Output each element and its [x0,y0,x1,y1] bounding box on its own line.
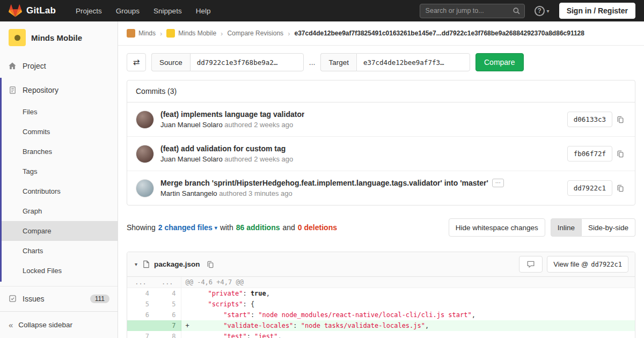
hide-whitespace-button[interactable]: Hide whitespace changes [449,218,545,237]
diff-table-body: ......@@ -4,6 +4,7 @@44 "private": true,… [127,277,635,338]
diff-hunk-header: @@ -4,6 +4,7 @@ [181,277,635,288]
additions-count: 86 additions [236,223,280,232]
sidebar-item-locked-files[interactable]: Locked Files [2,261,118,281]
copy-commit-sha-button[interactable] [614,114,626,126]
compare-form: ⇄ Source dd7922c1e3f768be9a2… ... Target… [127,53,635,71]
sidebar-item-graph[interactable]: Graph [2,201,118,221]
changed-files-label: 2 changed files [158,223,213,232]
code-segment: "scripts" [208,300,243,308]
navbar-left: GitLab ProjectsGroupsSnippetsHelp [9,4,216,18]
sidebar-item-branches[interactable]: Branches [2,142,118,161]
diff-line-code: "private": true, [181,288,635,299]
sidebar-item-charts[interactable]: Charts [2,241,118,261]
new-line-number[interactable]: 4 [154,288,181,299]
code-segment: , [266,290,270,297]
copy-file-path-button[interactable] [204,259,216,270]
sidebar-item-project[interactable]: Project [0,54,118,78]
new-line-number[interactable]: 7 [154,320,181,331]
diff-file-name[interactable]: package.json [154,260,200,268]
old-line-number[interactable]: 7 [127,331,154,338]
caret-down-icon: ▾ [215,225,217,231]
breadcrumb-item: Minds Mobile [166,29,216,38]
changed-files-dropdown[interactable]: 2 changed files ▾ [158,223,217,232]
sidebar-item-contributors[interactable]: Contributors [2,181,118,201]
code-segment: "private" [208,290,243,297]
diff-gutter-dots: ... [127,277,154,288]
gitlab-home-link[interactable]: GitLab [9,4,56,17]
source-ref-field[interactable]: dd7922c1e3f768be9a2… [190,53,304,71]
sidebar-item-files[interactable]: Files [2,102,118,122]
old-line-number[interactable]: 6 [127,310,154,320]
navbar-link-projects[interactable]: Projects [70,4,108,18]
deletions-count: 0 deletions [298,223,337,232]
commit-author-avatar [136,145,154,163]
sidebar-item-compare[interactable]: Compare [2,221,118,241]
search-icon [513,7,521,15]
old-line-number[interactable]: 4 [127,288,154,299]
code-segment [193,290,208,297]
inline-view-button[interactable]: Inline [551,218,582,237]
commit-title-link[interactable]: (feat) add validation for custom tag [160,144,286,153]
commits-list: (feat) implements language tag validator… [127,102,635,205]
sidebar-item-tags[interactable]: Tags [2,161,118,181]
old-line-number[interactable] [127,320,154,331]
breadcrumb-link[interactable]: Minds Mobile [178,30,216,37]
search-box[interactable] [420,4,525,18]
help-icon: ? [535,6,545,16]
new-line-number[interactable]: 6 [154,310,181,320]
help-dropdown[interactable]: ? ▾ [535,6,550,16]
search-input[interactable] [420,7,526,14]
summary-showing: Showing [127,223,156,232]
code-segment: "node node_modules/react-native/local-cl… [258,311,471,319]
commit-author-link[interactable]: Juan Manuel Solaro [160,155,223,163]
diff-line-row: 7+ "validate-locales": "node tasks/valid… [127,320,635,331]
diff-line-row: 78 "test": "jest", [127,331,635,338]
old-line-number[interactable]: 5 [127,299,154,310]
copy-commit-sha-button[interactable] [614,182,626,194]
diff-line-row: 66 "start": "node node_modules/react-nat… [127,310,635,320]
code-segment: "test" [223,333,246,338]
summary-with: with [220,223,233,232]
new-line-number[interactable]: 5 [154,299,181,310]
comment-button[interactable] [519,256,543,273]
breadcrumb-avatar-icon [166,29,175,38]
sidebar-nav: Project Repository FilesCommitsBranchesT… [0,54,118,311]
commit-meta-text: authored 3 minutes ago [219,189,292,197]
breadcrumb-separator: › [221,30,223,38]
sidebar-item-repository[interactable]: Repository [2,78,118,102]
sidebar-item-commits[interactable]: Commits [2,122,118,142]
collapse-diff-caret-icon[interactable]: ▾ [134,260,138,268]
breadcrumb-item: Minds [127,29,156,38]
diff-controls: Hide whitespace changes Inline Side-by-s… [449,218,635,237]
side-by-side-view-button[interactable]: Side-by-side [582,218,635,237]
breadcrumb-link[interactable]: Minds [138,30,156,37]
sidebar-project-header[interactable]: Minds Mobile [0,21,118,54]
breadcrumb-link[interactable]: Compare Revisions [227,30,283,37]
copy-commit-sha-button[interactable] [614,148,626,160]
commit-expand-button[interactable]: ··· [492,179,504,187]
breadcrumb-separator: › [288,30,290,38]
navbar-link-help[interactable]: Help [190,4,217,18]
target-ref-field[interactable]: e37cd4de12bee9af7f3… [356,53,470,71]
compare-button[interactable]: Compare [475,53,524,71]
view-file-button[interactable]: View file @ dd7922c1 [547,256,628,273]
breadcrumb-current-range: e37cd4de12bee9af7f3825491c0163261be145e7… [294,30,584,37]
compare-separator: ... [309,58,316,67]
diff-header-actions: View file @ dd7922c1 [519,256,628,273]
commit-title-link[interactable]: Merge branch 'sprint/HipsterHedgehog.fea… [160,179,488,187]
sidebar-item-issues[interactable]: Issues 111 [0,286,118,311]
diff-line-sign: + [186,320,193,331]
swap-revisions-button[interactable]: ⇄ [127,53,146,71]
sign-in-button[interactable]: Sign in / Register [559,3,635,19]
commit-title-link[interactable]: (feat) implements language tag validator [160,110,304,119]
code-segment [193,311,224,319]
navbar-link-snippets[interactable]: Snippets [148,4,188,18]
breadcrumb: Minds›Minds Mobile›Compare Revisions›e37… [118,21,644,46]
commit-meta-text: authored 2 weeks ago [224,155,293,163]
navbar-link-groups[interactable]: Groups [110,4,145,18]
commit-author-link[interactable]: Martin Santangelo [160,189,217,197]
new-line-number[interactable]: 8 [154,331,181,338]
collapse-sidebar-button[interactable]: « Collapse sidebar [0,311,118,338]
commit-author-link[interactable]: Juan Manuel Solaro [160,121,223,129]
brand-text: GitLab [26,5,56,16]
